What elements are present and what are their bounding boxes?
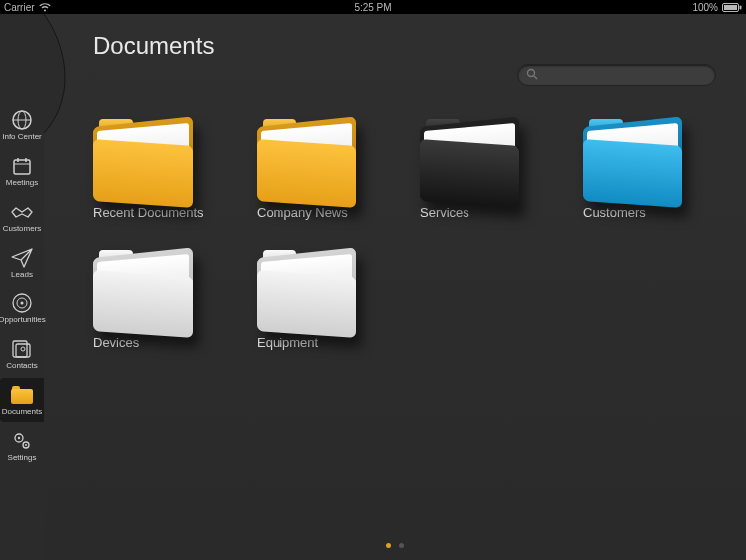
battery-label: 100% xyxy=(692,2,718,13)
page-dot-1[interactable] xyxy=(386,543,391,548)
folder-recent-documents[interactable]: Recent Documents xyxy=(93,119,227,220)
wifi-icon xyxy=(39,3,51,12)
page-title: Documents xyxy=(93,32,716,60)
sidebar-item-opportunities[interactable]: Opportunities xyxy=(0,286,44,330)
folder-icon xyxy=(257,250,356,329)
clock: 5:25 PM xyxy=(354,2,391,13)
folder-devices[interactable]: Devices xyxy=(93,250,227,350)
carrier-label: Carrier xyxy=(4,2,35,13)
folder-label: Devices xyxy=(93,335,227,350)
sidebar-item-label: Documents xyxy=(2,408,42,416)
folder-icon xyxy=(10,384,34,406)
svg-point-12 xyxy=(21,302,24,305)
sidebar-item-settings[interactable]: Settings xyxy=(0,424,44,467)
sidebar-item-customers[interactable]: Customers xyxy=(0,195,44,239)
search-icon xyxy=(526,66,538,84)
contacts-icon xyxy=(10,338,34,360)
sidebar-item-leads[interactable]: Leads xyxy=(0,241,44,284)
gears-icon xyxy=(10,430,34,452)
folder-icon xyxy=(420,119,519,199)
sidebar-item-label: Settings xyxy=(8,454,37,462)
sidebar-item-info-center[interactable]: Info Center xyxy=(0,103,44,147)
sidebar-item-documents[interactable]: Documents xyxy=(0,378,44,422)
folder-services[interactable]: Services xyxy=(420,119,553,220)
folder-label: Customers xyxy=(583,205,716,220)
folder-label: Services xyxy=(420,205,553,220)
sidebar-item-label: Opportunities xyxy=(0,316,46,324)
paperplane-icon xyxy=(10,247,34,269)
svg-point-19 xyxy=(25,444,27,446)
sidebar-item-contacts[interactable]: Contacts xyxy=(0,332,44,376)
globe-icon xyxy=(10,109,34,131)
folder-icon xyxy=(583,119,682,199)
handshake-icon xyxy=(10,201,34,223)
folder-label: Recent Documents xyxy=(93,205,227,220)
page-indicator[interactable] xyxy=(386,543,404,548)
folder-company-news[interactable]: Company News xyxy=(257,119,390,220)
search-box[interactable] xyxy=(517,64,716,86)
folder-customers[interactable]: Customers xyxy=(583,119,716,220)
svg-rect-2 xyxy=(740,5,742,9)
folder-icon xyxy=(257,119,356,199)
svg-line-21 xyxy=(534,76,537,79)
sidebar-item-label: Customers xyxy=(3,225,42,233)
sidebar-item-label: Leads xyxy=(11,271,33,279)
target-icon xyxy=(10,292,34,314)
sidebar-item-label: Contacts xyxy=(6,362,38,370)
page-dot-2[interactable] xyxy=(399,543,404,548)
sidebar-item-meetings[interactable]: Meetings xyxy=(0,149,44,193)
sidebar: Info Center Meetings Customers Leads Opp… xyxy=(0,14,44,560)
battery-icon xyxy=(722,3,742,12)
folder-grid: Recent Documents Company News Services C… xyxy=(93,119,716,350)
status-bar: Carrier 5:25 PM 100% xyxy=(0,0,746,14)
svg-rect-1 xyxy=(724,5,737,10)
folder-equipment[interactable]: Equipment xyxy=(257,250,390,350)
svg-point-15 xyxy=(21,347,25,351)
folder-icon xyxy=(93,119,193,199)
main-panel: Documents Recent Documents Company News … xyxy=(44,14,746,560)
sidebar-item-label: Info Center xyxy=(2,133,42,141)
svg-point-17 xyxy=(18,437,20,439)
folder-label: Equipment xyxy=(257,335,390,350)
svg-point-20 xyxy=(528,70,535,77)
calendar-icon xyxy=(10,155,34,177)
svg-rect-6 xyxy=(14,160,30,174)
search-input[interactable] xyxy=(544,69,707,81)
folder-icon xyxy=(93,250,193,329)
folder-label: Company News xyxy=(257,205,390,220)
sidebar-item-label: Meetings xyxy=(6,179,38,187)
